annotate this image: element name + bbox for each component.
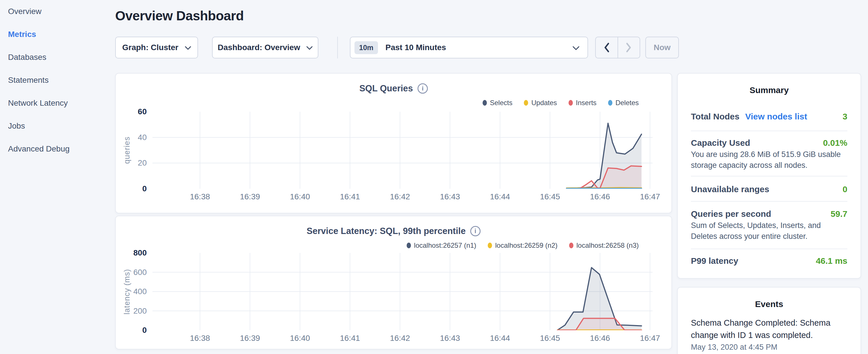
y-axis-title: latency (ms): [123, 253, 131, 330]
time-window-label: Past 10 Minutes: [385, 43, 446, 52]
summary-row-label: Queries per second: [691, 208, 771, 219]
sidebar-item-metrics[interactable]: Metrics: [0, 23, 115, 46]
chart-title: SQL Queries: [359, 83, 413, 94]
sidebar-item-label: Network Latency: [8, 99, 68, 108]
chevron-left-icon: [603, 42, 610, 53]
dashboard-dropdown-label: Dashboard: Overview: [218, 43, 300, 52]
sidebar-item-label: Jobs: [8, 122, 25, 131]
graph-scope-dropdown[interactable]: Graph: Cluster: [115, 37, 198, 58]
summary-row-p99-latency: P99 latency 46.1 ms: [691, 249, 847, 272]
x-axis-tick-label: 16:47: [627, 334, 673, 343]
x-axis-tick-label: 16:44: [477, 192, 523, 201]
sidebar-item-jobs[interactable]: Jobs: [0, 115, 115, 137]
sql-queries-chart-card: SQL Queries i SelectsUpdatesInsertsDelet…: [115, 73, 672, 213]
legend-dot: [524, 100, 528, 106]
chevron-down-icon: [185, 46, 191, 50]
time-window-badge: 10m: [354, 41, 378, 54]
chart-legend: SelectsUpdatesInsertsDeletes: [483, 99, 639, 107]
dashboard-dropdown[interactable]: Dashboard: Overview: [212, 37, 318, 58]
summary-row-value: 59.7: [831, 208, 847, 219]
summary-row-label: Unavailable ranges: [691, 184, 769, 195]
x-axis-tick-label: 16:40: [277, 192, 323, 201]
x-axis-tick-label: 16:45: [527, 192, 573, 201]
x-axis-tick-label: 16:41: [327, 334, 373, 343]
sidebar-nav: OverviewMetricsDatabasesStatementsNetwor…: [0, 0, 115, 354]
graph-scope-dropdown-label: Graph: Cluster: [122, 43, 178, 52]
summary-row-value: 46.1 ms: [816, 255, 847, 266]
chart-canvas: [152, 112, 652, 189]
sidebar-item-advanced-debug[interactable]: Advanced Debug: [0, 137, 115, 160]
x-axis-tick-label: 16:43: [427, 192, 473, 201]
y-axis-title: queries: [123, 112, 131, 189]
summary-row-total-nodes: Total Nodes View nodes list 3: [691, 95, 847, 131]
info-icon[interactable]: i: [417, 83, 428, 94]
legend-label: Selects: [490, 99, 513, 107]
chart-legend: localhost:26257 (n1)localhost:26259 (n2)…: [407, 242, 639, 250]
x-axis-tick-label: 16:42: [377, 192, 423, 201]
events-title: Events: [678, 288, 861, 309]
legend-label: Inserts: [576, 99, 597, 107]
legend-dot: [488, 243, 492, 248]
page-title: Overview Dashboard: [115, 8, 244, 24]
legend-item-selects: Selects: [483, 99, 513, 107]
chart-plot-area[interactable]: [152, 112, 652, 189]
summary-row-value: 3: [842, 111, 847, 122]
legend-label: localhost:26257 (n1): [414, 242, 476, 250]
chevron-down-icon: [572, 46, 580, 51]
previous-time-window-button[interactable]: [596, 37, 618, 58]
next-time-window-button[interactable]: [618, 37, 640, 58]
x-axis-tick-label: 16:43: [427, 334, 473, 343]
sidebar-item-label: Metrics: [8, 30, 36, 39]
summary-row-label: Total Nodes: [691, 111, 739, 122]
chart-title: Service Latency: SQL, 99th percentile: [307, 226, 466, 236]
legend-label: localhost:26258 (n3): [577, 242, 639, 250]
sidebar-item-network-latency[interactable]: Network Latency: [0, 92, 115, 115]
info-icon[interactable]: i: [470, 226, 480, 236]
chart-canvas: [152, 253, 652, 330]
x-axis-tick-label: 16:44: [477, 334, 523, 343]
time-window-selector[interactable]: 10m Past 10 Minutes: [350, 37, 588, 58]
service-latency-chart-card: Service Latency: SQL, 99th percentile i …: [115, 216, 672, 349]
event-message: Schema Change Completed: Schema change w…: [691, 317, 847, 342]
legend-label: Deletes: [616, 99, 639, 107]
legend-dot: [568, 100, 573, 106]
summary-row-label: P99 latency: [691, 255, 738, 266]
legend-dot: [569, 243, 574, 248]
summary-row-value: 0: [842, 184, 847, 195]
legend-label: localhost:26259 (n2): [495, 242, 557, 250]
sidebar-item-label: Statements: [8, 75, 49, 85]
time-window-pager: [595, 37, 640, 58]
chevron-down-icon: [306, 46, 313, 50]
view-nodes-list-link[interactable]: View nodes list: [745, 111, 807, 122]
sidebar-item-label: Advanced Debug: [8, 144, 70, 154]
now-button[interactable]: Now: [645, 37, 679, 58]
legend-item-inserts: Inserts: [568, 99, 597, 107]
legend-dot: [407, 243, 411, 248]
sidebar-item-statements[interactable]: Statements: [0, 69, 115, 92]
legend-label: Updates: [531, 99, 557, 107]
event-list-item: Schema Change Completed: Schema change w…: [691, 317, 847, 352]
summary-row-subtext: You are using 28.6 MiB of 515.9 GiB usab…: [691, 149, 847, 171]
sidebar-item-databases[interactable]: Databases: [0, 46, 115, 69]
summary-panel: Summary Total Nodes View nodes list 3 Ca…: [677, 73, 861, 279]
summary-row-queries-per-second: Queries per second 59.7 Sum of Selects, …: [691, 201, 847, 249]
legend-item-localhost-26257-n1-: localhost:26257 (n1): [407, 242, 476, 250]
x-axis-tick-label: 16:38: [177, 192, 223, 201]
summary-row-subtext: Sum of Selects, Updates, Inserts, and De…: [691, 220, 847, 242]
chart-plot-area[interactable]: [152, 253, 652, 330]
x-axis-tick-label: 16:39: [227, 192, 273, 201]
controls-divider: [337, 37, 338, 58]
sidebar-item-label: Databases: [8, 53, 46, 62]
x-axis-tick-label: 16:39: [227, 334, 273, 343]
legend-item-updates: Updates: [524, 99, 557, 107]
sidebar-item-overview[interactable]: Overview: [0, 0, 115, 23]
event-timestamp: May 13, 2020 at 4:45 PM: [691, 343, 847, 352]
x-axis-tick-label: 16:38: [177, 334, 223, 343]
x-axis-tick-label: 16:42: [377, 334, 423, 343]
x-axis-tick-label: 16:46: [577, 192, 623, 201]
summary-title: Summary: [678, 74, 861, 95]
sidebar-item-label: Overview: [8, 7, 41, 16]
summary-row-label: Capacity Used: [691, 137, 750, 148]
legend-item-localhost-26258-n3-: localhost:26258 (n3): [569, 242, 639, 250]
x-axis-tick-label: 16:40: [277, 334, 323, 343]
